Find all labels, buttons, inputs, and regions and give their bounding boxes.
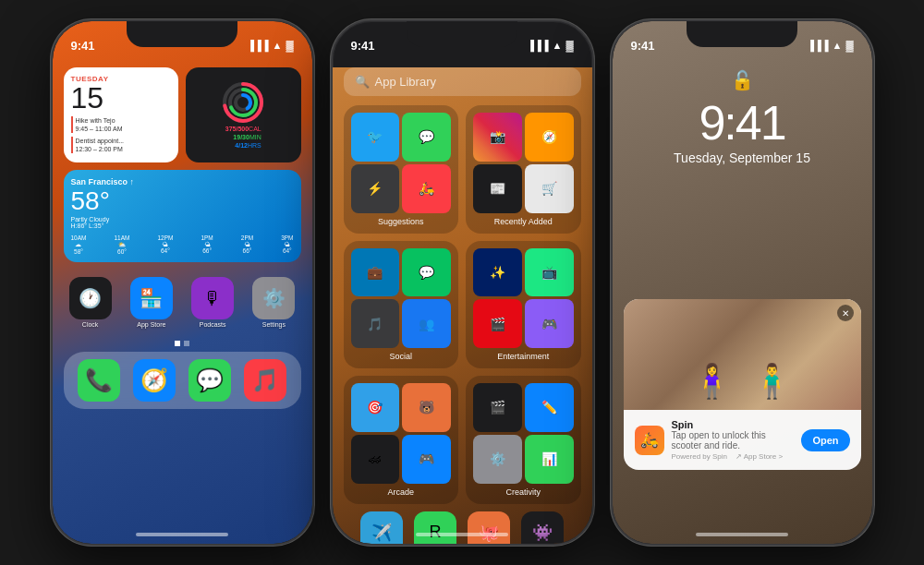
folder-apps-social: 💼 💬 🎵 👥 <box>351 248 452 349</box>
forecast-12pm: 12PM🌤64° <box>157 234 173 255</box>
app-safari[interactable]: 🧭 <box>525 113 574 162</box>
app-disneyplus[interactable]: ✨ <box>473 248 522 297</box>
notification-text: Spin Tap open to unlock this scooter and… <box>672 419 795 461</box>
app-hopper[interactable]: ✈️ <box>360 511 403 545</box>
app-podcasts[interactable]: 🎙 Podcasts <box>186 277 239 328</box>
status-icons-3: ▐▐▐ ▲ ▓ <box>807 40 853 51</box>
app-creativity3[interactable]: ⚙️ <box>473 435 522 484</box>
phone-home-screen: 9:41 ▐▐▐ ▲ ▓ TUESDAY 15 Hike with Tejo9:… <box>51 19 314 546</box>
status-icons-1: ▐▐▐ ▲ ▓ <box>247 40 293 51</box>
app-messages[interactable]: 💬 <box>402 113 451 162</box>
spin-app-icon: 🛵 <box>635 426 664 455</box>
app-twitter[interactable]: 🐦 <box>351 113 400 162</box>
folder-label-entertainment: Entertainment <box>473 352 574 361</box>
weather-forecast: 10AM☁58° 11AM⛅60° 12PM🌤64° 1PM🌤66° 2PM🌤6… <box>71 234 294 255</box>
app-settings[interactable]: ⚙️ Settings <box>247 277 300 328</box>
lock-date: Tuesday, September 15 <box>613 150 872 165</box>
battery-icon: ▓ <box>286 40 293 51</box>
app-epi[interactable]: 🛒 <box>525 164 574 213</box>
phone-lock-screen: 9:41 ▐▐▐ ▲ ▓ 🔓 9:41 Tuesday, September 1… <box>611 19 874 546</box>
calendar-date: 15 <box>71 83 172 113</box>
dock-safari[interactable]: 🧭 <box>133 359 176 402</box>
app-arcade4[interactable]: 🎮 <box>402 435 451 484</box>
weather-widget: San Francisco ↑ 58° Partly CloudyH:86° L… <box>64 170 301 262</box>
folder-apps-arcade: 🎯 🐻 🏎 🎮 <box>351 383 452 484</box>
dock-phone[interactable]: 📞 <box>78 359 120 402</box>
app-hulu[interactable]: 📺 <box>525 248 574 297</box>
dock-music[interactable]: 🎵 <box>244 359 286 402</box>
app-robinhood[interactable]: R <box>414 511 456 545</box>
forecast-10am: 10AM☁58° <box>71 234 87 255</box>
app-clock[interactable]: 🕐 Clock <box>64 277 117 328</box>
dot-inactive <box>184 341 189 346</box>
folder-creativity[interactable]: 🎬 ✏️ ⚙️ 📊 Creativity <box>466 376 581 504</box>
app-wechat[interactable]: 💬 <box>402 248 451 297</box>
cal-event-2: Dentist appoint...12:30 – 2:00 PM <box>71 137 172 153</box>
weather-temp: 58° <box>71 186 294 216</box>
app-linkedin[interactable]: 💼 <box>351 248 400 297</box>
weather-desc: Partly CloudyH:86° L:35° <box>71 216 294 229</box>
app-label-settings: Settings <box>262 321 286 328</box>
forecast-11am: 11AM⛅60° <box>114 234 129 255</box>
notch-2 <box>407 21 517 47</box>
folder-suggestions[interactable]: 🐦 💬 ⚡ 🛵 Suggestions <box>344 105 459 234</box>
page-dots <box>53 341 312 346</box>
forecast-3pm: 3PM🌤64° <box>281 234 293 255</box>
library-grid: 🐦 💬 ⚡ 🛵 Suggestions 📸 🧭 📰 🛒 <box>333 105 592 504</box>
app-appstore[interactable]: 🏪 App Store <box>125 277 178 328</box>
folder-label-creativity: Creativity <box>473 487 574 497</box>
app-other[interactable]: 🎮 <box>525 299 574 348</box>
weather-city: San Francisco ↑ <box>71 177 294 186</box>
app-flash[interactable]: ⚡ <box>351 164 400 213</box>
app-creativity4[interactable]: 📊 <box>525 435 574 484</box>
folder-social[interactable]: 💼 💬 🎵 👥 Social <box>344 241 459 369</box>
status-time-3: 9:41 <box>631 39 655 53</box>
app-grid: 🕐 Clock 🏪 App Store 🎙 Podcasts ⚙️ Settin… <box>53 270 312 335</box>
folder-apps-entertainment: ✨ 📺 🎬 🎮 <box>473 248 574 349</box>
notification-card[interactable]: 🧍‍♀️ 🧍‍♂️ ✕ 🛵 Spin Tap open to unlock th… <box>624 299 861 470</box>
lock-icon: 🔓 <box>613 69 872 91</box>
notification-title: Spin <box>672 419 795 430</box>
notification-content: 🛵 Spin Tap open to unlock this scooter a… <box>624 410 861 470</box>
status-time-1: 9:41 <box>71 39 95 53</box>
app-label-clock: Clock <box>82 321 99 328</box>
widget-row-1: TUESDAY 15 Hike with Tejo9:45 – 11:00 AM… <box>64 67 301 162</box>
app-creativity1[interactable]: 🎬 <box>473 383 522 432</box>
app-arcade1[interactable]: 🎯 <box>351 383 400 432</box>
app-library-search[interactable]: 🔍 App Library <box>344 67 581 96</box>
app-label-podcasts: Podcasts <box>200 321 226 328</box>
app-arcade2[interactable]: 🐻 <box>402 383 451 432</box>
app-tiktok[interactable]: 🎵 <box>351 299 400 348</box>
app-doordash[interactable]: 🛵 <box>402 164 451 213</box>
notification-powered: Powered by Spin ↗ App Store > <box>672 452 795 461</box>
app-instagram[interactable]: 📸 <box>473 113 522 162</box>
notch-3 <box>687 21 797 47</box>
app-arcade3[interactable]: 🏎 <box>351 435 400 484</box>
widget-row-2: San Francisco ↑ 58° Partly CloudyH:86° L… <box>64 170 301 262</box>
notification-close-button[interactable]: ✕ <box>837 305 854 321</box>
signal-icon-2: ▐▐▐ <box>527 40 548 51</box>
min-stat: 19/30MIN <box>225 134 261 140</box>
app-game3[interactable]: 👾 <box>521 511 564 545</box>
notification-open-button[interactable]: Open <box>801 429 849 451</box>
search-icon: 🔍 <box>355 75 370 89</box>
search-placeholder: App Library <box>375 75 436 89</box>
dock-messages[interactable]: 💬 <box>188 359 231 402</box>
app-netflix[interactable]: 🎬 <box>473 299 522 348</box>
bottom-app-row: ✈️ R 🐙 👾 <box>333 504 592 545</box>
app-creativity2[interactable]: ✏️ <box>525 383 574 432</box>
lock-time: 9:41 <box>613 95 872 150</box>
app-game2[interactable]: 🐙 <box>468 511 510 545</box>
folder-recently-added[interactable]: 📸 🧭 📰 🛒 Recently Added <box>466 105 581 234</box>
folder-apps-creativity: 🎬 ✏️ ⚙️ 📊 <box>473 383 574 484</box>
folder-entertainment[interactable]: ✨ 📺 🎬 🎮 Entertainment <box>466 241 581 369</box>
fitness-rings <box>220 79 266 126</box>
home-indicator-1 <box>136 533 228 536</box>
folder-arcade[interactable]: 🎯 🐻 🏎 🎮 Arcade <box>344 376 459 504</box>
app-facebook[interactable]: 👥 <box>402 299 451 348</box>
app-store-link[interactable]: ↗ App Store > <box>736 452 783 461</box>
forecast-1pm: 1PM🌤66° <box>201 234 213 255</box>
app-nytimes[interactable]: 📰 <box>473 164 522 213</box>
dot-active <box>175 341 180 346</box>
folder-label-recently: Recently Added <box>473 217 574 226</box>
